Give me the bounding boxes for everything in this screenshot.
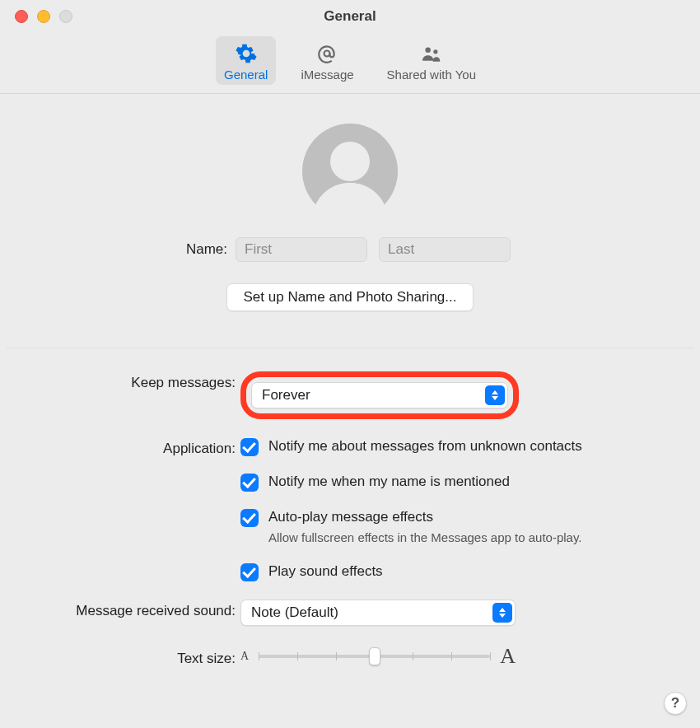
people-icon [419, 41, 444, 66]
titlebar: General [0, 0, 700, 33]
application-options: Notify me about messages from unknown co… [240, 437, 675, 581]
checkbox-label: Notify me about messages from unknown co… [268, 437, 582, 455]
text-size-small-icon: A [240, 650, 249, 663]
message-sound-value: Note (Default) [251, 604, 338, 621]
checkbox-autoplay-effects[interactable] [240, 509, 259, 527]
text-size-label: Text size: [0, 644, 236, 667]
setup-name-photo-button[interactable]: Set up Name and Photo Sharing... [226, 283, 474, 311]
checkbox-label: Notify me when my name is mentioned [268, 473, 510, 491]
svg-point-2 [433, 49, 437, 54]
avatar-placeholder[interactable] [302, 124, 398, 219]
text-size-slider[interactable]: A A [240, 644, 516, 669]
first-name-field[interactable]: First [236, 237, 367, 262]
minimize-window-button[interactable] [37, 10, 50, 23]
chevron-up-down-icon [492, 603, 512, 623]
keep-messages-value: Forever [262, 387, 310, 404]
help-button[interactable]: ? [664, 692, 687, 715]
window-controls [15, 10, 72, 23]
window-title: General [0, 8, 700, 25]
fullscreen-window-button [59, 10, 72, 23]
tab-shared-with-you[interactable]: Shared with You [379, 36, 484, 85]
checkbox-label: Auto-play message effects Allow fullscre… [268, 508, 582, 546]
tab-label: General [224, 68, 268, 82]
annotation-highlight: Forever [240, 371, 519, 419]
checkbox-unknown-contacts[interactable] [240, 438, 259, 456]
tab-label: Shared with You [387, 68, 476, 82]
tab-imessage[interactable]: iMessage [292, 36, 362, 85]
preferences-toolbar: General iMessage Shared with You [0, 33, 700, 93]
at-sign-icon [315, 41, 339, 66]
checkbox-subtext: Allow fullscreen effects in the Messages… [268, 530, 582, 546]
message-sound-select[interactable]: Note (Default) [240, 600, 516, 626]
keep-messages-label: Keep messages: [0, 371, 236, 391]
slider-thumb[interactable] [369, 647, 380, 665]
tab-label: iMessage [301, 68, 353, 82]
close-window-button[interactable] [15, 10, 28, 23]
keep-messages-select[interactable]: Forever [251, 382, 508, 408]
sound-label: Message received sound: [0, 600, 236, 619]
checkbox-label: Play sound effects [268, 562, 383, 581]
application-label: Application: [0, 437, 236, 457]
last-name-field[interactable]: Last [379, 237, 511, 262]
svg-point-1 [425, 47, 431, 53]
tab-general[interactable]: General [216, 36, 276, 85]
text-size-big-icon: A [500, 644, 516, 669]
checkbox-play-sound[interactable] [240, 563, 259, 581]
checkbox-name-mentioned[interactable] [240, 474, 259, 492]
name-label: Name: [0, 241, 236, 258]
chevron-up-down-icon [485, 385, 505, 405]
gear-icon [234, 41, 259, 66]
slider-track[interactable] [259, 655, 490, 658]
